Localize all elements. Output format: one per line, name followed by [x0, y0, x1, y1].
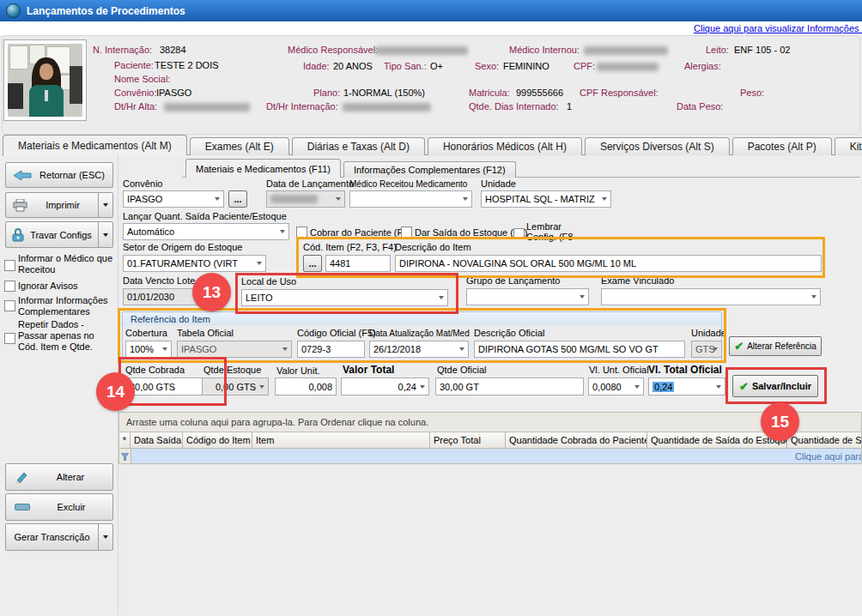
chevron-down-icon: [580, 295, 585, 299]
vl-total-oficial-select[interactable]: 0,24: [648, 377, 725, 396]
tab-kits[interactable]: Kits (Alt K): [835, 137, 862, 155]
ignorar-avisos-label: Ignorar Avisos: [18, 281, 115, 292]
descricao-item-label: Descrição do Item: [395, 243, 471, 252]
imprimir-button[interactable]: Imprimir: [5, 192, 113, 218]
tab-diarias-taxas[interactable]: Diárias e Taxas (Alt D): [292, 137, 425, 155]
gerar-transcricao-dropdown[interactable]: [98, 524, 112, 550]
informar-medico-checkbox[interactable]: [4, 260, 15, 271]
cobertura-select[interactable]: 100%: [125, 341, 172, 358]
data-peso-label: Data Peso:: [677, 102, 723, 112]
medico-responsavel-redacted: [375, 46, 468, 55]
convenio-select[interactable]: IPASGO: [123, 190, 224, 208]
travar-configs-dropdown[interactable]: [98, 222, 112, 247]
idade-label: Idade:: [303, 62, 330, 71]
alterar-referencia-button[interactable]: ✔ Alterar Referência: [729, 336, 822, 356]
tab-exames[interactable]: Exames (Alt E): [190, 137, 289, 155]
setor-origem-select[interactable]: 01.FATURAMENTO (VIRT: [123, 255, 266, 272]
local-uso-select[interactable]: LEITO: [241, 289, 448, 306]
retornar-button[interactable]: Retornar (ESC): [5, 162, 113, 188]
filter-funnel-cell[interactable]: [119, 449, 131, 464]
chevron-down-icon: [420, 385, 425, 389]
column-item[interactable]: Item: [252, 432, 430, 449]
valor-unit-label: Valor Unit.: [276, 366, 320, 376]
chevron-down-icon: [634, 385, 640, 389]
column-preco-total[interactable]: Preço Total: [430, 432, 506, 449]
tab-honorarios-medicos[interactable]: Honorários Médicos (Alt H): [428, 137, 582, 155]
printer-icon: [13, 199, 27, 212]
referencia-title-strip: [123, 312, 721, 325]
eraser-icon: [15, 504, 30, 510]
funnel-icon: [121, 453, 129, 461]
descricao-oficial-input[interactable]: DIPIRONA GOTAS 500 MG/ML SO VO GT: [474, 341, 685, 358]
tab-informacoes-f12[interactable]: Informações Complementares (F12): [343, 161, 516, 178]
gerar-transcricao-button[interactable]: Gerar Transcrição: [5, 523, 113, 551]
cpf-responsavel-label: CPF Responsável:: [580, 88, 659, 98]
vl-unt-oficial-select[interactable]: 0,0080: [588, 377, 644, 396]
qtde-oficial-input[interactable]: 30,00 GT: [435, 377, 584, 396]
column-qtde-sa[interactable]: Quantidade de Sa: [787, 432, 861, 449]
tabela-oficial-label: Tabela Oficial: [177, 329, 234, 338]
convenio-browse-button[interactable]: ...: [228, 190, 247, 208]
retornar-label: Retornar (ESC): [32, 170, 112, 180]
grid-filter-row[interactable]: Clique aqui para: [119, 449, 861, 464]
step-badge-15: 15: [761, 402, 799, 441]
excluir-button[interactable]: Excluir: [5, 493, 113, 521]
salvar-incluir-button[interactable]: ✔ Salvar/Incluir: [732, 375, 818, 397]
idade-value: 20 ANOS: [333, 62, 373, 71]
unidade-select[interactable]: HOSPITAL SQL - MATRIZ: [481, 190, 611, 208]
chevron-down-icon: [811, 295, 816, 299]
tab-pacotes[interactable]: Pacotes (Alt P): [732, 137, 832, 155]
data-atualizacao-select[interactable]: 26/12/2018: [369, 341, 469, 358]
top-info-link[interactable]: Clique aqui para visualizar Informações …: [694, 23, 862, 33]
valor-total-label: Valor Total: [343, 365, 394, 375]
tabela-oficial-select[interactable]: IPASGO: [177, 341, 292, 358]
check-icon: ✔: [734, 341, 744, 352]
plano-value: 1-NORMAL (150%): [343, 88, 425, 98]
matricula-label: Matricula:: [469, 88, 510, 98]
cod-item-input[interactable]: 4481: [325, 255, 391, 272]
informar-info-checkbox[interactable]: [4, 300, 15, 311]
column-qtde-cobrada-paciente[interactable]: Quantidade Cobrada do Paciente: [506, 432, 647, 449]
exame-vinculado-select[interactable]: [601, 288, 821, 305]
valor-unit-input[interactable]: 0,008: [275, 377, 337, 396]
data-lancamento-select[interactable]: [266, 190, 345, 208]
lembrar-config-checkbox[interactable]: [513, 228, 525, 239]
descricao-item-input[interactable]: DIPIRONA - NOVALGINA SOL ORAL 500 MG/ML …: [395, 255, 822, 272]
referencia-title: Referência do Item: [131, 314, 210, 324]
gerar-transcricao-label: Gerar Transcrição: [6, 532, 98, 542]
repetir-dados-checkbox[interactable]: [4, 333, 15, 344]
cod-item-browse-button[interactable]: ...: [303, 255, 322, 272]
column-data-saida[interactable]: Data Saída: [131, 432, 183, 449]
travar-configs-button[interactable]: Travar Configs: [5, 221, 113, 248]
chevron-down-icon: [103, 203, 108, 207]
medico-internou-redacted: [584, 46, 668, 55]
codigo-oficial-input[interactable]: 0729-3: [297, 341, 365, 358]
cpf-redacted: [597, 63, 659, 71]
title-bar: Lançamentos de Procedimentos: [0, 0, 862, 21]
cobrar-paciente-checkbox[interactable]: [296, 226, 307, 238]
qtde-estoque-select[interactable]: 0,00 GTS: [202, 377, 269, 396]
medico-receitou-select[interactable]: [349, 190, 472, 208]
tab-servicos-diversos[interactable]: Serviços Diversos (Alt S): [585, 137, 730, 155]
chevron-down-icon: [713, 347, 718, 351]
qtde-oficial-label: Qtde Oficial: [437, 365, 486, 375]
tab-materiais-medicamentos[interactable]: Materiais e Medicamentos (Alt M): [3, 135, 187, 155]
dar-saida-checkbox[interactable]: [401, 226, 412, 238]
imprimir-dropdown[interactable]: [98, 193, 112, 217]
grupo-lancamento-select[interactable]: [466, 288, 589, 305]
valor-total-select[interactable]: 0,24: [341, 377, 429, 396]
dthr-alta-label: Dt/Hr Alta:: [114, 102, 157, 112]
column-codigo-item[interactable]: Código do Item: [183, 432, 252, 449]
referencia-unidade-select[interactable]: GTS: [691, 341, 722, 358]
alterar-button[interactable]: Alterar: [5, 463, 113, 491]
dias-internado-label: Qtde. Dias Internado:: [469, 102, 559, 112]
data-lancamento-label: Data de Lançamento: [266, 179, 354, 189]
chevron-down-icon: [716, 385, 721, 389]
lancar-quant-select[interactable]: Automático: [123, 223, 289, 240]
setor-origem-label: Setor de Origem do Estoque: [123, 243, 242, 252]
dthr-internacao-redacted: [343, 103, 431, 112]
tipo-san-value: O+: [430, 62, 443, 71]
tab-materiais-f11[interactable]: Materiais e Medicamentos (F11): [185, 159, 341, 178]
ignorar-avisos-checkbox[interactable]: [4, 281, 15, 292]
dthr-internacao-label: Dt/Hr Internação:: [266, 102, 338, 112]
